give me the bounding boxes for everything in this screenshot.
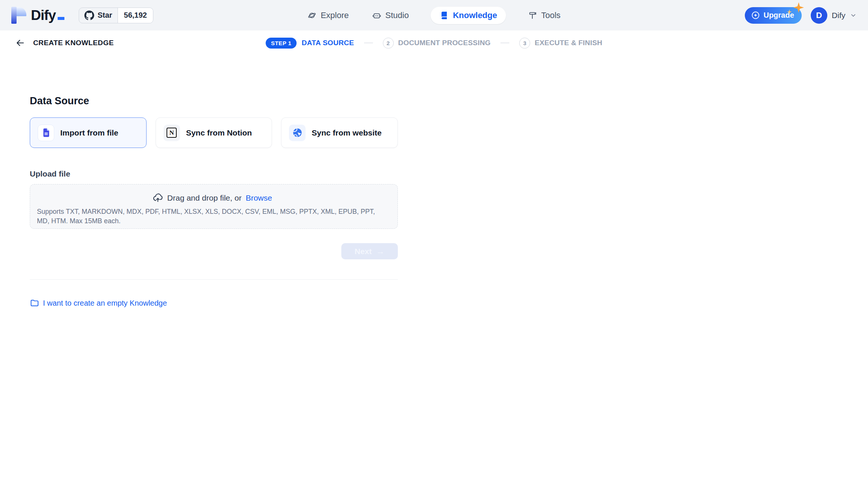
step-2-circle: 2 <box>383 38 394 49</box>
folder-icon <box>30 299 39 308</box>
drag-drop-text: Drag and drop file, or <box>167 193 241 203</box>
main-content: Data Source Import from file N Sync from… <box>0 95 868 308</box>
notion-icon: N <box>167 128 177 138</box>
upgrade-button[interactable]: Upgrade <box>745 7 802 24</box>
account-name: Dify <box>832 11 845 20</box>
source-card-label: Sync from website <box>312 128 382 137</box>
dify-wordmark: Dify <box>31 8 64 23</box>
section-title: Data Source <box>30 95 868 107</box>
page: Dify Star 56,192 Explore <box>0 0 868 495</box>
step-1-badge: STEP 1 <box>266 38 296 49</box>
section-divider <box>30 279 398 280</box>
notion-icon-box: N <box>164 125 180 141</box>
next-button[interactable]: Next → <box>341 243 398 259</box>
dify-logo[interactable]: Dify <box>11 7 64 24</box>
file-icon-box <box>38 125 54 141</box>
browse-link[interactable]: Browse <box>246 193 272 203</box>
logo-underscore <box>58 17 64 20</box>
hammer-icon <box>528 11 537 20</box>
github-icon <box>84 11 94 20</box>
step-separator <box>364 43 373 43</box>
step-3-label: EXECUTE & FINISH <box>535 39 602 47</box>
github-star-count[interactable]: 56,192 <box>118 8 153 23</box>
arrow-right-icon: → <box>376 247 385 256</box>
step-2-label: DOCUMENT PROCESSING <box>398 39 491 47</box>
nav-item-knowledge[interactable]: Knowledge <box>431 7 506 24</box>
step-3-circle: 3 <box>519 38 530 49</box>
cloud-upload-icon <box>153 193 163 203</box>
planet-icon <box>307 11 316 20</box>
robot-icon <box>372 11 381 20</box>
back-button[interactable] <box>14 36 27 50</box>
next-button-label: Next <box>355 247 372 256</box>
nav-label: Studio <box>385 11 409 20</box>
github-star-widget[interactable]: Star 56,192 <box>79 8 153 23</box>
create-empty-knowledge-link[interactable]: I want to create an empty Knowledge <box>30 299 167 308</box>
upgrade-star-circle-icon <box>751 11 760 20</box>
create-empty-knowledge-label: I want to create an empty Knowledge <box>43 299 167 308</box>
step-separator <box>500 43 509 43</box>
source-card-sync-from-website[interactable]: Sync from website <box>281 117 398 148</box>
nav-label: Explore <box>321 11 349 20</box>
github-star-button[interactable]: Star <box>79 8 118 23</box>
nav-item-tools[interactable]: Tools <box>526 7 562 24</box>
file-icon <box>41 128 51 138</box>
nav-label: Knowledge <box>453 11 497 20</box>
step-1-label: DATA SOURCE <box>302 39 354 47</box>
sparkle-icon-small <box>787 9 792 14</box>
account-menu[interactable]: D Dify <box>811 7 857 24</box>
source-card-label: Import from file <box>60 128 118 137</box>
nav-item-studio[interactable]: Studio <box>371 7 410 24</box>
step-indicator: STEP 1 DATA SOURCE 2 DOCUMENT PROCESSING… <box>266 38 602 49</box>
globe-icon <box>292 128 303 138</box>
nav-item-explore[interactable]: Explore <box>306 7 350 24</box>
chevron-down-icon <box>850 12 857 19</box>
top-header: Dify Star 56,192 Explore <box>0 0 868 30</box>
upload-file-label: Upload file <box>30 169 868 178</box>
arrow-left-icon <box>15 38 25 48</box>
main-nav: Explore Studio Knowledge <box>306 7 562 24</box>
source-card-import-from-file[interactable]: Import from file <box>30 117 147 148</box>
dify-logo-mark-icon <box>11 7 26 24</box>
github-star-label: Star <box>98 11 112 20</box>
nav-label: Tools <box>541 11 560 20</box>
book-icon <box>440 11 449 20</box>
supported-formats-text: Supports TXT, MARKDOWN, MDX, PDF, HTML, … <box>37 207 385 226</box>
sparkle-icon <box>793 2 804 13</box>
avatar[interactable]: D <box>811 7 827 24</box>
source-card-label: Sync from Notion <box>186 128 252 137</box>
globe-icon-box <box>289 125 306 141</box>
create-knowledge-header: CREATE KNOWLEDGE STEP 1 DATA SOURCE 2 DO… <box>0 30 868 55</box>
file-dropzone[interactable]: Drag and drop file, or Browse Supports T… <box>30 184 398 229</box>
page-title: CREATE KNOWLEDGE <box>33 39 114 47</box>
data-source-options: Import from file N Sync from Notion <box>30 117 398 148</box>
source-card-sync-from-notion[interactable]: N Sync from Notion <box>156 117 272 148</box>
